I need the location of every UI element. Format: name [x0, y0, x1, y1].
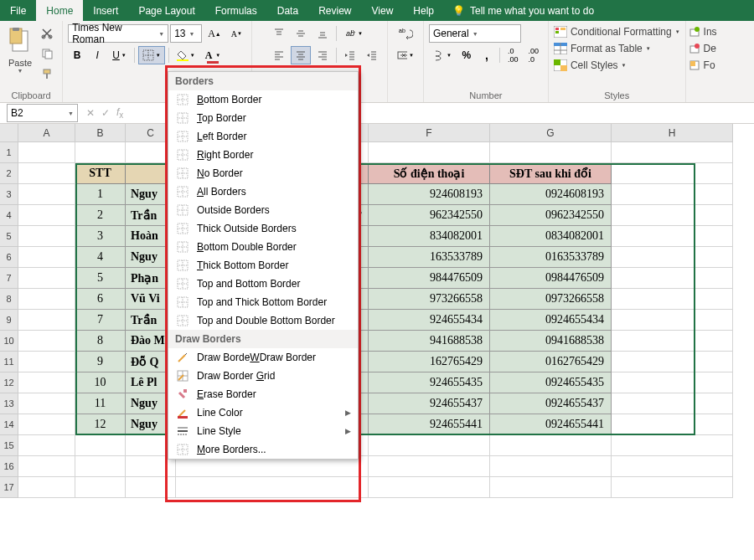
cell-sdt2[interactable]: 0924655441 [490, 414, 612, 435]
cell[interactable] [490, 142, 612, 163]
conditional-formatting-button[interactable]: Conditional Formatting▼ [554, 24, 680, 39]
cell-stt[interactable]: 3 [75, 226, 126, 247]
decrease-font-button[interactable]: A▼ [227, 24, 246, 43]
tab-file[interactable]: File [0, 0, 36, 21]
border-option[interactable]: Erase Border [168, 385, 358, 403]
cell-stt[interactable]: 1 [75, 184, 126, 205]
cell-stt[interactable]: 10 [75, 372, 126, 393]
tab-formulas[interactable]: Formulas [205, 0, 267, 21]
cell[interactable] [612, 477, 733, 498]
table-header-sdt[interactable]: Số điện thoại [369, 163, 490, 184]
increase-font-button[interactable]: A▲ [204, 24, 225, 43]
italic-button[interactable]: I [88, 46, 106, 64]
cell[interactable] [612, 205, 733, 226]
cell[interactable] [176, 477, 369, 498]
border-option[interactable]: Left Border [168, 127, 358, 146]
tab-view[interactable]: View [362, 0, 404, 21]
cell[interactable] [18, 435, 75, 456]
cell[interactable] [18, 331, 75, 352]
border-option[interactable]: Thick Outside Borders [168, 219, 358, 238]
cell-sdt2[interactable]: 0924655435 [490, 372, 612, 393]
border-option[interactable]: Thick Bottom Border [168, 256, 358, 275]
row-header[interactable]: 16 [0, 456, 18, 477]
cell[interactable] [612, 372, 733, 393]
cell-sdt2[interactable]: 0984476509 [490, 268, 612, 289]
cell[interactable] [612, 331, 733, 352]
col-header-b[interactable]: B [75, 124, 126, 142]
cell-sdt[interactable]: 941688538 [369, 331, 490, 352]
border-option[interactable]: Line Color▶ [168, 403, 358, 422]
decrease-indent-button[interactable] [340, 46, 360, 64]
row-header[interactable]: 1 [0, 142, 18, 163]
cell-stt[interactable]: 11 [75, 393, 126, 414]
border-option[interactable]: Right Border [168, 146, 358, 164]
decrease-decimal-button[interactable]: .00.0 [524, 46, 543, 64]
cell-sdt2[interactable]: 0973266558 [490, 289, 612, 310]
cell[interactable] [612, 393, 733, 414]
align-top-button[interactable] [269, 24, 289, 43]
row-header[interactable]: 12 [0, 372, 18, 393]
cell-sdt[interactable]: 163533789 [369, 247, 490, 268]
row-header[interactable]: 4 [0, 205, 18, 226]
row-header[interactable]: 13 [0, 393, 18, 414]
increase-indent-button[interactable] [362, 46, 382, 64]
cell[interactable] [369, 142, 490, 163]
paste-button[interactable]: Paste ▼ [5, 24, 35, 75]
cell[interactable] [18, 477, 75, 498]
cell[interactable] [490, 456, 612, 477]
wrap-text-button[interactable]: ab [393, 24, 418, 43]
row-header[interactable]: 6 [0, 247, 18, 268]
border-option[interactable]: Draw BordeWDraw Border [168, 348, 358, 367]
border-option[interactable]: Bottom Double Border [168, 238, 358, 256]
cell[interactable] [612, 435, 733, 456]
cell[interactable] [612, 163, 733, 184]
border-option[interactable]: Top and Bottom Border [168, 275, 358, 293]
row-header[interactable]: 2 [0, 163, 18, 184]
border-option[interactable]: Line Style▶ [168, 422, 358, 440]
cell-stt[interactable]: 9 [75, 352, 126, 372]
fill-color-button[interactable]: ▼ [173, 46, 199, 64]
cell[interactable] [612, 352, 733, 372]
cell-stt[interactable]: 4 [75, 247, 126, 268]
cell[interactable] [612, 142, 733, 163]
cell-sdt[interactable]: 984476509 [369, 268, 490, 289]
tab-insert[interactable]: Insert [83, 0, 128, 21]
row-header[interactable]: 17 [0, 477, 18, 498]
increase-decimal-button[interactable]: .0.00 [504, 46, 523, 64]
col-header-a[interactable]: A [18, 124, 75, 142]
cell[interactable] [612, 184, 733, 205]
border-option[interactable]: Top and Thick Bottom Border [168, 293, 358, 311]
cell-sdt[interactable]: 924655437 [369, 393, 490, 414]
cell-sdt[interactable]: 924608193 [369, 184, 490, 205]
border-option[interactable]: Bottom Border [168, 90, 358, 109]
cell[interactable] [18, 226, 75, 247]
tab-home[interactable]: Home [36, 0, 83, 21]
border-option[interactable]: All Borders [168, 182, 358, 201]
cell[interactable] [612, 456, 733, 477]
borders-button[interactable]: ▼ [138, 46, 165, 64]
bold-button[interactable]: B [68, 46, 86, 64]
cell[interactable] [612, 247, 733, 268]
cell-sdt[interactable]: 924655441 [369, 414, 490, 435]
border-option[interactable]: Outside Borders [168, 201, 358, 219]
cell-sdt2[interactable]: 0162765429 [490, 352, 612, 372]
cancel-formula-icon[interactable]: ✕ [86, 107, 95, 119]
cell[interactable] [18, 163, 75, 184]
align-middle-button[interactable] [291, 24, 311, 43]
merge-button[interactable]: ▼ [393, 46, 418, 64]
cell[interactable] [612, 268, 733, 289]
cell[interactable] [18, 205, 75, 226]
comma-button[interactable]: , [478, 46, 496, 64]
cell-sdt[interactable]: 924655434 [369, 310, 490, 331]
align-right-button[interactable] [312, 46, 333, 64]
row-header[interactable]: 3 [0, 184, 18, 205]
cell[interactable] [75, 435, 126, 456]
row-header[interactable]: 9 [0, 310, 18, 331]
cell-sdt2[interactable]: 0962342550 [490, 205, 612, 226]
cell[interactable] [369, 477, 490, 498]
cell[interactable] [18, 247, 75, 268]
border-option[interactable]: Top Border [168, 109, 358, 127]
col-header-g[interactable]: G [490, 124, 612, 142]
copy-button[interactable] [37, 44, 57, 63]
border-option[interactable]: Draw Border Grid [168, 367, 358, 385]
